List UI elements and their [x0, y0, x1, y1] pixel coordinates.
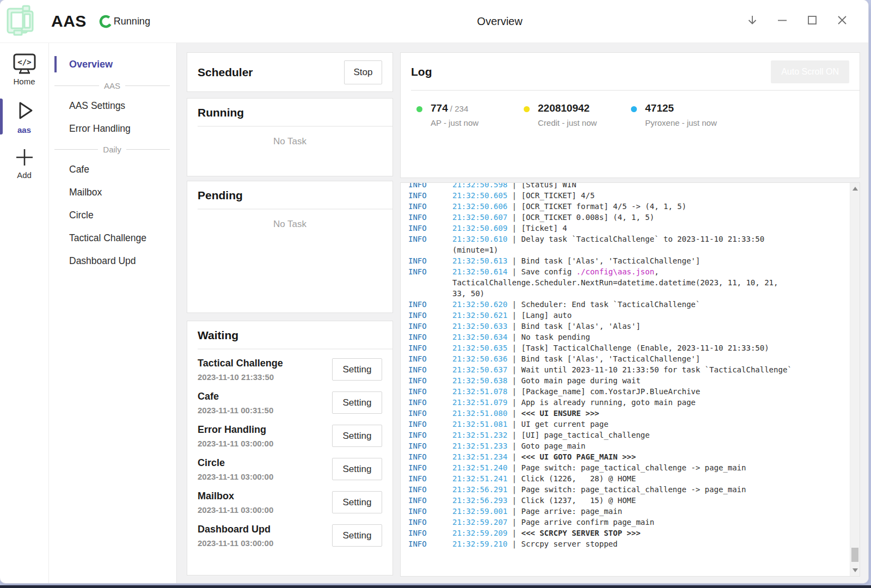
- app-name: AAS: [51, 12, 87, 30]
- scroll-down-arrow-icon[interactable]: [852, 568, 858, 572]
- log-separator: |: [507, 364, 521, 375]
- log-message: Bind task ['Alas', 'TacticalChallenge']: [521, 255, 700, 266]
- log-timestamp: 21:32:51.081: [452, 419, 507, 430]
- waiting-task-name: Error Handling: [198, 424, 273, 436]
- log-level: INFO: [408, 321, 452, 332]
- log-message-segment: <<< UI ENSURE >>>: [521, 409, 599, 418]
- waiting-title: Waiting: [198, 329, 238, 341]
- log-separator: |: [507, 408, 521, 419]
- waiting-task-time: 2023-11-11 00:31:50: [198, 406, 273, 415]
- log-message-segment: Page switch: page_tactical_challenge -> …: [521, 485, 746, 494]
- log-level: INFO: [408, 408, 452, 419]
- waiting-task-info: Cafe2023-11-11 00:31:50: [198, 391, 273, 415]
- log-timestamp: 21:32:51.233: [452, 440, 507, 451]
- log-message: [UI] page_tactical_challenge: [521, 430, 649, 440]
- rail-label-home: Home: [13, 77, 35, 86]
- running-card: Running No Task: [187, 98, 393, 176]
- log-separator: |: [507, 266, 521, 277]
- log-timestamp: 21:32:59.001: [452, 506, 507, 517]
- log-row: INFO21:32:50.621 | [Lang] auto: [408, 310, 845, 321]
- log-row: INFO21:32:50.598 | [Status] WIN: [408, 182, 845, 190]
- nav-item-dashboard-upd[interactable]: Dashboard Upd: [54, 254, 170, 267]
- setting-button[interactable]: Setting: [332, 491, 382, 513]
- log-console[interactable]: INFO21:32:50.598 | [Status] WININFO21:32…: [400, 182, 860, 577]
- rail-item-aas[interactable]: aas: [0, 96, 48, 137]
- scroll-up-arrow-icon[interactable]: [852, 187, 858, 191]
- resource-stat: 774 / 234AP - just now: [416, 102, 524, 127]
- log-timestamp: 21:32:50.635: [452, 342, 507, 353]
- stat-dot-icon: [416, 106, 422, 112]
- log-message: [Ticket] 4: [521, 223, 567, 234]
- log-timestamp: 21:32:56.291: [452, 484, 507, 495]
- rail-item-home[interactable]: </> Home: [0, 51, 48, 88]
- log-separator: |: [507, 212, 521, 223]
- waiting-task-row: Tactical Challenge2023-11-10 21:33:50Set…: [198, 353, 382, 386]
- setting-button[interactable]: Setting: [332, 524, 382, 547]
- log-row: INFO21:32:51.233 | Goto page_main: [408, 440, 845, 451]
- setting-button[interactable]: Setting: [332, 358, 382, 381]
- rail-item-add[interactable]: Add: [0, 144, 48, 182]
- setting-button[interactable]: Setting: [332, 391, 382, 414]
- log-separator: |: [507, 473, 521, 484]
- waiting-task-time: 2023-11-11 03:00:00: [198, 472, 273, 481]
- stat-label: AP - just now: [431, 118, 479, 127]
- stat-text: 774 / 234AP - just now: [431, 102, 479, 127]
- running-empty-text: No Task: [187, 136, 392, 147]
- close-button[interactable]: [830, 8, 854, 32]
- log-message: App is already running, goto main page: [521, 397, 695, 408]
- log-scrollbar[interactable]: [850, 183, 860, 576]
- nav-item-cafe[interactable]: Cafe: [54, 163, 170, 176]
- log-level: INFO: [408, 386, 452, 397]
- log-level: [408, 277, 452, 288]
- log-timestamp: 21:32:59.207: [452, 517, 507, 528]
- log-row: INFO21:32:51.079 | App is already runnin…: [408, 397, 845, 408]
- task-column: Scheduler Stop Running No Task Pending N…: [187, 52, 393, 577]
- log-level: INFO: [408, 342, 452, 353]
- log-message: Save config ./config\aas.json,: [521, 266, 659, 277]
- log-row: INFO21:32:51.232 | [UI] page_tactical_ch…: [408, 430, 845, 440]
- waiting-card: Waiting Tactical Challenge2023-11-10 21:…: [187, 321, 393, 575]
- log-row: INFO21:32:51.080 | <<< UI ENSURE >>>: [408, 408, 845, 419]
- log-timestamp: 21:32:51.079: [452, 397, 507, 408]
- scrollbar-thumb[interactable]: [851, 548, 858, 562]
- nav-item-circle[interactable]: Circle: [54, 209, 170, 222]
- maximize-button[interactable]: [800, 8, 824, 32]
- log-timestamp: 21:32:50.636: [452, 353, 507, 364]
- log-row: INFO21:32:50.633 | Bind task ['Alas', 'A…: [408, 321, 845, 332]
- scheduler-title: Scheduler: [198, 66, 253, 79]
- setting-button[interactable]: Setting: [332, 425, 382, 447]
- log-level: INFO: [408, 517, 452, 528]
- nav-item-overview[interactable]: Overview: [54, 56, 170, 72]
- log-separator: |: [507, 255, 521, 266]
- log-message-segment: (minute=1): [452, 246, 498, 254]
- log-message-segment: Page arrive confirm page_main: [521, 518, 654, 526]
- waiting-task-row: Error Handling2023-11-11 03:00:00Setting: [198, 419, 382, 452]
- pending-title: Pending: [198, 189, 243, 201]
- active-indicator: [0, 99, 3, 134]
- download-update-button[interactable]: [740, 8, 764, 32]
- nav-section-label: AAS: [104, 81, 120, 90]
- log-level: [408, 288, 452, 299]
- auto-scroll-button[interactable]: Auto Scroll ON: [771, 60, 849, 83]
- log-separator: |: [507, 462, 521, 473]
- log-level: INFO: [408, 473, 452, 484]
- nav-item-aas-settings[interactable]: AAS Settings: [54, 99, 170, 112]
- log-row: INFO21:32:59.207 | Page arrive confirm p…: [408, 517, 845, 528]
- waiting-task-name: Mailbox: [198, 491, 273, 502]
- nav-item-error-handling[interactable]: Error Handling: [54, 122, 170, 135]
- log-title: Log: [411, 65, 432, 78]
- log-message: <<< UI ENSURE >>>: [521, 408, 599, 419]
- nav-item-tactical-challenge[interactable]: Tactical Challenge: [54, 231, 170, 244]
- minimize-button[interactable]: [770, 8, 794, 32]
- log-message: Scheduler: End task `TacticalChallenge`: [521, 299, 700, 310]
- log-separator: |: [507, 419, 521, 430]
- log-timestamp: 21:32:50.633: [452, 321, 507, 332]
- stat-value-row: 220810942: [538, 102, 597, 114]
- setting-button[interactable]: Setting: [332, 458, 382, 480]
- log-row: INFO21:32:51.078 | [Package_name] com.Yo…: [408, 386, 845, 397]
- stat-value: 220810942: [538, 102, 590, 114]
- log-message-segment: TacticalChallenge.Scheduler.NextRun=date…: [452, 278, 778, 287]
- stop-button[interactable]: Stop: [344, 60, 382, 84]
- nav-item-mailbox[interactable]: Mailbox: [54, 186, 170, 199]
- log-message-segment: Wait until 2023-11-10 21:33:50 for task …: [521, 365, 792, 374]
